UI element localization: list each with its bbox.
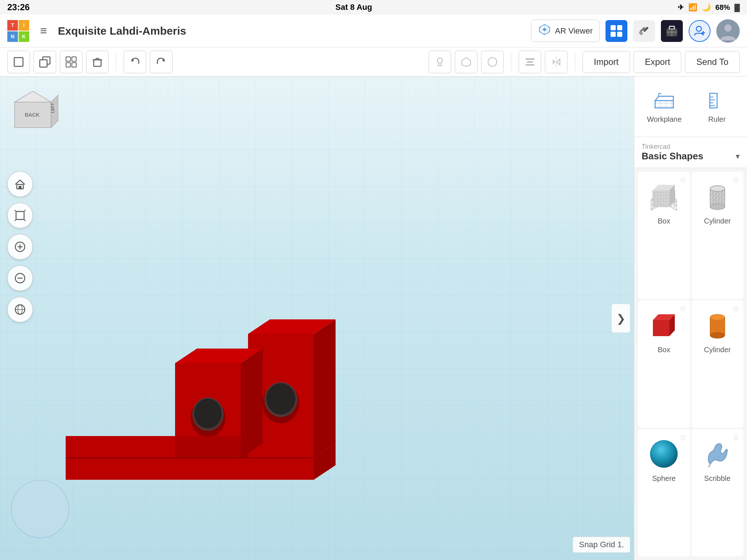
svg-rect-26 bbox=[72, 57, 76, 61]
separator-1 bbox=[116, 53, 116, 71]
library-dropdown[interactable]: Basic Shapes ▾ bbox=[642, 151, 740, 162]
svg-text:BACK: BACK bbox=[25, 112, 39, 118]
box-gray-icon bbox=[646, 178, 682, 214]
undo-button[interactable] bbox=[124, 51, 146, 73]
svg-marker-135 bbox=[653, 320, 669, 336]
home-view-button[interactable] bbox=[7, 171, 33, 197]
svg-rect-72 bbox=[19, 186, 22, 189]
redo-button[interactable] bbox=[150, 51, 173, 73]
workplane-icon bbox=[653, 90, 675, 112]
svg-rect-11 bbox=[639, 31, 643, 35]
ruler-label: Ruler bbox=[708, 115, 726, 124]
top-nav-right: AR Viewer bbox=[531, 19, 740, 43]
shape-name-box-red: Box bbox=[658, 346, 670, 354]
new-shape-button[interactable] bbox=[7, 51, 30, 73]
battery-icon: ▓ bbox=[734, 3, 740, 12]
shape-item-cylinder-orange[interactable]: ☆ Cylinder bbox=[692, 300, 744, 428]
logo-i: I bbox=[19, 20, 29, 31]
shape-name-box-gray: Box bbox=[658, 217, 670, 225]
zoom-out-button[interactable] bbox=[7, 265, 33, 291]
ruler-tool[interactable]: Ruler bbox=[694, 84, 740, 129]
tinkercad-logo[interactable]: T I N K bbox=[7, 20, 29, 42]
svg-rect-40 bbox=[526, 58, 534, 60]
svg-line-75 bbox=[24, 210, 26, 211]
compass-circle bbox=[11, 480, 69, 538]
star-box-red[interactable]: ☆ bbox=[679, 304, 686, 314]
svg-point-132 bbox=[710, 186, 725, 191]
ar-viewer-label: AR Viewer bbox=[555, 26, 593, 36]
status-bar: 23:26 Sat 8 Aug ✈ 📶 🌙 68% ▓ bbox=[0, 0, 747, 15]
svg-marker-45 bbox=[557, 59, 560, 65]
svg-marker-49 bbox=[15, 91, 51, 102]
status-icons: ✈ 📶 🌙 68% ▓ bbox=[678, 3, 740, 12]
svg-point-39 bbox=[488, 58, 497, 66]
suitcase-button[interactable] bbox=[661, 20, 683, 42]
airplane-icon: ✈ bbox=[678, 3, 684, 12]
svg-point-67 bbox=[194, 398, 222, 428]
shape-item-cylinder-gray[interactable]: ☆ Cylinder bbox=[692, 172, 744, 299]
toolbar: Import Export Send To bbox=[0, 47, 747, 77]
svg-point-131 bbox=[710, 204, 725, 210]
shape-item-scribble[interactable]: ☆ Scribble bbox=[692, 429, 744, 556]
fit-view-button[interactable] bbox=[7, 203, 33, 228]
menu-icon[interactable]: ≡ bbox=[40, 24, 47, 38]
snap-grid-value: 1. bbox=[618, 540, 624, 549]
ar-viewer-button[interactable]: AR Viewer bbox=[531, 20, 600, 42]
wifi-icon: 📶 bbox=[688, 3, 697, 12]
ar-icon bbox=[538, 23, 551, 39]
navigation-cube[interactable]: BACK LEFT bbox=[7, 84, 58, 135]
3d-model bbox=[36, 298, 350, 502]
mirror-button[interactable] bbox=[545, 51, 568, 73]
import-button[interactable]: Import bbox=[582, 51, 630, 73]
svg-line-87 bbox=[655, 96, 659, 101]
shape-name-sphere-blue: Sphere bbox=[652, 474, 676, 483]
svg-rect-8 bbox=[617, 32, 622, 37]
top-nav: T I N K ≡ Exquisite Lahdi-Amberis AR Vie… bbox=[0, 15, 747, 47]
moon-icon: 🌙 bbox=[702, 3, 711, 12]
snap-grid-label: Snap Grid bbox=[579, 540, 615, 549]
zoom-in-button[interactable] bbox=[7, 234, 33, 260]
grid-view-button[interactable] bbox=[605, 20, 627, 42]
shape-name-cylinder-gray: Cylinder bbox=[704, 217, 731, 225]
project-title[interactable]: Exquisite Lahdi-Amberis bbox=[58, 25, 524, 37]
svg-rect-5 bbox=[611, 25, 616, 30]
svg-rect-28 bbox=[72, 63, 76, 67]
star-cylinder-gray[interactable]: ☆ bbox=[732, 175, 740, 185]
star-sphere-blue[interactable]: ☆ bbox=[679, 433, 686, 442]
star-scribble[interactable]: ☆ bbox=[732, 433, 740, 442]
perspective-button[interactable] bbox=[7, 297, 33, 322]
light-button[interactable] bbox=[429, 51, 451, 73]
shape-item-box-gray[interactable]: ☆ bbox=[638, 172, 690, 299]
hammer-button[interactable] bbox=[633, 20, 655, 42]
shape-item-box-red[interactable]: ☆ Box bbox=[638, 300, 690, 428]
copy-button[interactable] bbox=[34, 51, 56, 73]
dropdown-arrow-icon: ▾ bbox=[736, 152, 740, 161]
svg-rect-22 bbox=[14, 58, 23, 66]
shape-item-sphere-blue[interactable]: ☆ Sphere bbox=[638, 429, 690, 556]
circle-button[interactable] bbox=[481, 51, 504, 73]
polygon-button[interactable] bbox=[455, 51, 477, 73]
user-avatar[interactable] bbox=[716, 19, 740, 43]
svg-rect-41 bbox=[527, 61, 533, 63]
add-user-button[interactable] bbox=[689, 20, 711, 42]
svg-rect-7 bbox=[611, 32, 616, 37]
workplane-tool[interactable]: Workplane bbox=[642, 84, 687, 129]
viewport-arrow-button[interactable]: ❯ bbox=[611, 304, 630, 333]
svg-rect-27 bbox=[66, 63, 70, 67]
shape-library-header: Tinkercad Basic Shapes ▾ bbox=[634, 137, 747, 168]
svg-marker-44 bbox=[553, 59, 556, 65]
delete-button[interactable] bbox=[86, 51, 109, 73]
align-button[interactable] bbox=[519, 51, 541, 73]
sendto-button[interactable]: Send To bbox=[685, 51, 740, 73]
shape-name-cylinder-orange: Cylinder bbox=[704, 346, 731, 354]
svg-marker-68 bbox=[175, 436, 241, 458]
separator-2 bbox=[511, 53, 511, 71]
star-cylinder-orange[interactable]: ☆ bbox=[732, 304, 740, 314]
group-button[interactable] bbox=[60, 51, 82, 73]
export-button[interactable]: Export bbox=[634, 51, 681, 73]
sphere-blue-icon bbox=[646, 435, 682, 471]
svg-point-36 bbox=[437, 58, 442, 63]
right-panel: Workplane Ruler Tinkercad Basic Shapes ▾… bbox=[634, 77, 747, 560]
svg-point-21 bbox=[724, 24, 732, 32]
star-box-gray[interactable]: ☆ bbox=[679, 175, 686, 185]
